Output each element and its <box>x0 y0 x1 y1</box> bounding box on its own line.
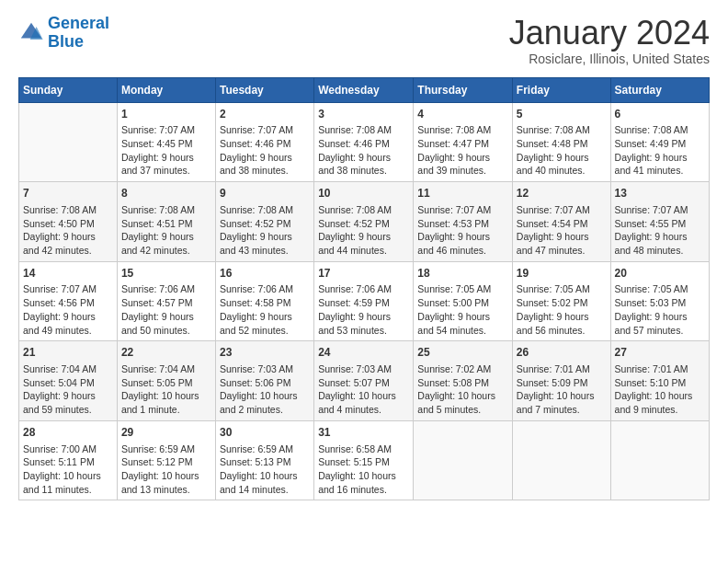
sunrise-text: Sunrise: 7:06 AM <box>220 282 310 296</box>
daylight-text: Daylight: 9 hours and 37 minutes. <box>121 151 211 178</box>
calendar-table: SundayMondayTuesdayWednesdayThursdayFrid… <box>18 77 710 501</box>
day-number: 10 <box>318 186 409 201</box>
page-header: General Blue January 2024 Rosiclare, Ill… <box>18 15 710 66</box>
sunset-text: Sunset: 5:08 PM <box>417 376 508 390</box>
sunrise-text: Sunrise: 7:08 AM <box>417 123 508 137</box>
sunrise-text: Sunrise: 7:07 AM <box>121 123 211 137</box>
header-monday: Monday <box>117 77 215 102</box>
sunset-text: Sunset: 4:49 PM <box>615 137 705 151</box>
sunset-text: Sunset: 5:02 PM <box>517 296 607 310</box>
sunset-text: Sunset: 5:11 PM <box>23 455 113 469</box>
day-number: 11 <box>417 186 508 201</box>
daylight-text: Daylight: 9 hours and 38 minutes. <box>220 151 310 178</box>
sunset-text: Sunset: 4:50 PM <box>23 217 113 231</box>
calendar-cell <box>610 420 709 500</box>
day-number: 27 <box>615 345 705 361</box>
daylight-text: Daylight: 10 hours and 13 minutes. <box>121 469 211 496</box>
header-tuesday: Tuesday <box>215 77 313 102</box>
day-number: 5 <box>517 107 607 122</box>
week-row-5: 28Sunrise: 7:00 AMSunset: 5:11 PMDayligh… <box>19 420 710 500</box>
page-subtitle: Rosiclare, Illinois, United States <box>509 52 710 66</box>
sunrise-text: Sunrise: 7:00 AM <box>23 442 113 456</box>
sunset-text: Sunset: 4:53 PM <box>417 217 508 231</box>
day-number: 6 <box>615 107 705 122</box>
daylight-text: Daylight: 9 hours and 50 minutes. <box>121 310 211 337</box>
sunrise-text: Sunrise: 7:06 AM <box>121 282 211 296</box>
calendar-cell: 29Sunrise: 6:59 AMSunset: 5:12 PMDayligh… <box>117 420 215 500</box>
week-row-3: 14Sunrise: 7:07 AMSunset: 4:56 PMDayligh… <box>19 261 710 341</box>
sunset-text: Sunset: 5:15 PM <box>318 455 409 469</box>
week-row-4: 21Sunrise: 7:04 AMSunset: 5:04 PMDayligh… <box>19 341 710 421</box>
daylight-text: Daylight: 10 hours and 11 minutes. <box>23 469 113 496</box>
sunrise-text: Sunrise: 7:07 AM <box>615 203 705 217</box>
logo-text: General Blue <box>48 15 109 52</box>
calendar-cell: 15Sunrise: 7:06 AMSunset: 4:57 PMDayligh… <box>117 261 215 341</box>
sunrise-text: Sunrise: 7:01 AM <box>517 362 607 376</box>
header-saturday: Saturday <box>610 77 709 102</box>
daylight-text: Daylight: 10 hours and 4 minutes. <box>318 389 409 416</box>
daylight-text: Daylight: 10 hours and 14 minutes. <box>220 469 310 496</box>
day-number: 17 <box>318 266 409 282</box>
logo: General Blue <box>18 15 109 52</box>
daylight-text: Daylight: 10 hours and 5 minutes. <box>417 389 508 416</box>
daylight-text: Daylight: 10 hours and 9 minutes. <box>615 389 705 416</box>
calendar-cell: 22Sunrise: 7:04 AMSunset: 5:05 PMDayligh… <box>117 341 215 421</box>
day-number: 21 <box>23 345 113 361</box>
daylight-text: Daylight: 9 hours and 42 minutes. <box>121 230 211 257</box>
daylight-text: Daylight: 9 hours and 49 minutes. <box>23 310 113 337</box>
logo-icon <box>18 20 44 46</box>
sunrise-text: Sunrise: 7:08 AM <box>615 123 705 137</box>
calendar-header-row: SundayMondayTuesdayWednesdayThursdayFrid… <box>19 77 710 102</box>
sunrise-text: Sunrise: 7:08 AM <box>121 203 211 217</box>
sunrise-text: Sunrise: 7:06 AM <box>318 282 409 296</box>
sunset-text: Sunset: 4:51 PM <box>121 217 211 231</box>
calendar-cell: 31Sunrise: 6:58 AMSunset: 5:15 PMDayligh… <box>314 420 414 500</box>
daylight-text: Daylight: 9 hours and 42 minutes. <box>23 230 113 257</box>
sunset-text: Sunset: 5:04 PM <box>23 376 113 390</box>
sunrise-text: Sunrise: 7:01 AM <box>615 362 705 376</box>
calendar-cell: 12Sunrise: 7:07 AMSunset: 4:54 PMDayligh… <box>512 182 610 262</box>
calendar-cell: 20Sunrise: 7:05 AMSunset: 5:03 PMDayligh… <box>610 261 709 341</box>
day-number: 2 <box>220 107 310 122</box>
day-number: 28 <box>23 425 113 441</box>
day-number: 25 <box>417 345 508 361</box>
calendar-cell: 3Sunrise: 7:08 AMSunset: 4:46 PMDaylight… <box>314 102 414 182</box>
calendar-cell: 2Sunrise: 7:07 AMSunset: 4:46 PMDaylight… <box>215 102 313 182</box>
daylight-text: Daylight: 9 hours and 40 minutes. <box>517 151 607 178</box>
calendar-cell: 21Sunrise: 7:04 AMSunset: 5:04 PMDayligh… <box>19 341 118 421</box>
day-number: 15 <box>121 266 211 282</box>
sunset-text: Sunset: 4:54 PM <box>517 217 607 231</box>
calendar-cell: 28Sunrise: 7:00 AMSunset: 5:11 PMDayligh… <box>19 420 118 500</box>
sunrise-text: Sunrise: 7:08 AM <box>318 203 409 217</box>
sunset-text: Sunset: 5:06 PM <box>220 376 310 390</box>
daylight-text: Daylight: 9 hours and 44 minutes. <box>318 230 409 257</box>
calendar-cell: 5Sunrise: 7:08 AMSunset: 4:48 PMDaylight… <box>512 102 610 182</box>
day-number: 8 <box>121 186 211 201</box>
day-number: 23 <box>220 345 310 361</box>
logo-line2: Blue <box>48 32 84 51</box>
daylight-text: Daylight: 10 hours and 1 minute. <box>121 389 211 416</box>
calendar-cell: 8Sunrise: 7:08 AMSunset: 4:51 PMDaylight… <box>117 182 215 262</box>
sunrise-text: Sunrise: 7:05 AM <box>417 282 508 296</box>
calendar-cell: 16Sunrise: 7:06 AMSunset: 4:58 PMDayligh… <box>215 261 313 341</box>
sunset-text: Sunset: 4:52 PM <box>220 217 310 231</box>
sunrise-text: Sunrise: 7:04 AM <box>121 362 211 376</box>
sunset-text: Sunset: 5:09 PM <box>517 376 607 390</box>
header-wednesday: Wednesday <box>314 77 414 102</box>
day-number: 20 <box>615 266 705 282</box>
sunrise-text: Sunrise: 7:08 AM <box>23 203 113 217</box>
title-block: January 2024 Rosiclare, Illinois, United… <box>509 15 710 66</box>
sunset-text: Sunset: 4:45 PM <box>121 137 211 151</box>
sunset-text: Sunset: 4:52 PM <box>318 217 409 231</box>
calendar-cell: 6Sunrise: 7:08 AMSunset: 4:49 PMDaylight… <box>610 102 709 182</box>
calendar-cell: 4Sunrise: 7:08 AMSunset: 4:47 PMDaylight… <box>414 102 513 182</box>
sunset-text: Sunset: 4:46 PM <box>220 137 310 151</box>
sunset-text: Sunset: 4:59 PM <box>318 296 409 310</box>
sunrise-text: Sunrise: 7:07 AM <box>23 282 113 296</box>
daylight-text: Daylight: 9 hours and 43 minutes. <box>220 230 310 257</box>
sunset-text: Sunset: 4:46 PM <box>318 137 409 151</box>
week-row-1: 1Sunrise: 7:07 AMSunset: 4:45 PMDaylight… <box>19 102 710 182</box>
daylight-text: Daylight: 10 hours and 7 minutes. <box>517 389 607 416</box>
calendar-cell <box>512 420 610 500</box>
sunset-text: Sunset: 5:05 PM <box>121 376 211 390</box>
